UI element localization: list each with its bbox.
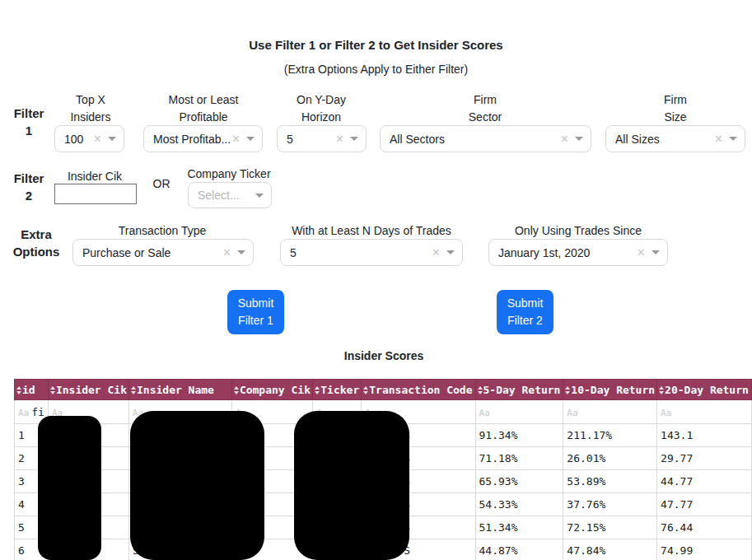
company-ticker-label: Company Ticker: [187, 166, 270, 183]
select-icons: ×: [336, 133, 358, 146]
redaction-overlay-insider-cik: [38, 416, 101, 560]
firm-sector-value: All Sectors: [390, 133, 561, 146]
cell-20-day-return: 29.77: [657, 447, 752, 470]
clear-icon[interactable]: ×: [336, 133, 343, 146]
profitability-label: Most or Least Profitable: [169, 91, 239, 126]
company-ticker-select[interactable]: Select...: [188, 182, 272, 208]
select-icons: ×: [432, 246, 455, 259]
sort-icon[interactable]: [50, 386, 55, 394]
select-icons: ×: [715, 133, 737, 146]
cell-5-day-return: 54.33%: [475, 493, 563, 516]
sort-icon[interactable]: [234, 386, 239, 394]
clear-icon[interactable]: ×: [94, 133, 101, 146]
clear-icon[interactable]: ×: [715, 133, 722, 146]
chevron-down-icon[interactable]: [729, 137, 737, 141]
cell-5-day-return: 91.34%: [475, 424, 563, 447]
transaction-type-label: Transaction Type: [119, 222, 207, 240]
sort-icon[interactable]: [131, 386, 136, 394]
column-header-insider-name[interactable]: Insider Name: [129, 380, 232, 400]
clear-icon[interactable]: ×: [223, 246, 231, 259]
case-toggle-icon[interactable]: Aa: [661, 408, 671, 418]
column-header-20-day-return[interactable]: 20-Day Return: [657, 380, 752, 400]
extra-options-label: Extra Options: [13, 226, 60, 260]
cell-10-day-return: 37.76%: [563, 493, 657, 516]
cell-10-day-return: 72.15%: [563, 516, 657, 539]
column-header-ticker[interactable]: Ticker: [313, 380, 362, 400]
chevron-down-icon[interactable]: [575, 137, 583, 141]
profitability-select[interactable]: Most Profitab... ×: [143, 125, 263, 152]
clear-icon[interactable]: ×: [638, 246, 645, 259]
firm-size-select[interactable]: All Sizes ×: [605, 125, 745, 152]
select-icons: ×: [561, 133, 583, 146]
horizon-label: On Y-Day Horizon: [297, 91, 346, 126]
company-ticker-placeholder: Select...: [198, 189, 255, 202]
firm-sector-select[interactable]: All Sectors ×: [380, 125, 591, 152]
case-toggle-icon[interactable]: Aa: [479, 408, 490, 418]
filter-cell-10-day-return[interactable]: Aa: [563, 400, 657, 424]
cell-10-day-return: 47.84%: [563, 539, 657, 560]
sort-icon[interactable]: [659, 386, 664, 394]
case-toggle-icon[interactable]: Aa: [567, 408, 577, 418]
sort-icon[interactable]: [16, 386, 21, 394]
filter-query: fi: [31, 406, 44, 418]
sort-icon[interactable]: [565, 386, 570, 394]
insider-cik-label: Insider Cik: [68, 168, 122, 185]
select-icons: ×: [232, 133, 255, 146]
column-header-id[interactable]: id: [15, 380, 49, 400]
column-header-transaction-code[interactable]: Transaction Code: [362, 380, 475, 400]
transaction-type-select[interactable]: Purchase or Sale ×: [72, 239, 254, 266]
trades-since-label: Only Using Trades Since: [515, 222, 642, 240]
chevron-down-icon[interactable]: [246, 137, 255, 141]
redaction-overlay-insider-name: [130, 411, 264, 560]
min-days-label: With at Least N Days of Trades: [292, 222, 451, 240]
clear-icon[interactable]: ×: [561, 133, 568, 146]
chevron-down-icon[interactable]: [108, 137, 116, 141]
cell-10-day-return: 53.89%: [563, 470, 657, 493]
top-x-insiders-value: 100: [64, 133, 94, 146]
filter-cell-5-day-return[interactable]: Aa: [475, 400, 563, 424]
cell-20-day-return: 74.99: [657, 539, 752, 560]
sort-icon[interactable]: [315, 386, 320, 394]
chevron-down-icon[interactable]: [652, 250, 660, 254]
top-x-insiders-select[interactable]: 100 ×: [54, 125, 124, 152]
submit-filter2-button[interactable]: Submit Filter 2: [497, 290, 553, 334]
min-days-value: 5: [290, 246, 432, 259]
cell-5-day-return: 65.93%: [475, 470, 563, 493]
insider-cik-input[interactable]: [54, 184, 137, 204]
horizon-value: 5: [287, 133, 336, 146]
column-header-10-day-return[interactable]: 10-Day Return: [563, 380, 657, 400]
page-subtitle: (Extra Options Apply to Either Filter): [0, 63, 752, 76]
horizon-select[interactable]: 5 ×: [277, 125, 367, 152]
clear-icon[interactable]: ×: [432, 246, 440, 259]
trades-since-value: January 1st, 2020: [498, 246, 638, 259]
chevron-down-icon[interactable]: [446, 250, 455, 254]
submit-filter1-button[interactable]: Submit Filter 1: [227, 290, 284, 334]
min-days-select[interactable]: 5 ×: [280, 239, 463, 266]
trades-since-select[interactable]: January 1st, 2020 ×: [488, 239, 668, 266]
sort-icon[interactable]: [478, 386, 483, 394]
column-header-insider-cik[interactable]: Insider Cik: [48, 380, 128, 400]
transaction-type-value: Purchase or Sale: [82, 246, 223, 259]
table-title: Insider Scores: [344, 349, 424, 362]
filter-cell-20-day-return[interactable]: Aa: [657, 400, 752, 424]
sort-icon[interactable]: [363, 386, 368, 394]
redaction-overlay-company-cik: [294, 411, 409, 560]
case-toggle-icon[interactable]: Aa: [18, 408, 29, 418]
firm-size-value: All Sizes: [615, 133, 715, 146]
chevron-down-icon[interactable]: [350, 137, 358, 141]
or-label: OR: [153, 175, 170, 193]
filter2-label: Filter 2: [14, 170, 44, 204]
top-x-insiders-label: Top X Insiders: [70, 91, 110, 126]
cell-10-day-return: 26.01%: [563, 447, 657, 470]
chevron-down-icon[interactable]: [255, 194, 264, 198]
cell-5-day-return: 51.34%: [475, 516, 563, 539]
filter1-label: Filter 1: [14, 105, 44, 139]
chevron-down-icon[interactable]: [237, 250, 245, 254]
select-icons: ×: [638, 246, 660, 259]
column-header-company-cik[interactable]: Company Cik: [231, 380, 312, 400]
firm-size-label: Firm Size: [664, 91, 687, 126]
firm-sector-label: Firm Sector: [469, 91, 502, 126]
cell-5-day-return: 71.18%: [475, 447, 563, 470]
column-header-5-day-return[interactable]: 5-Day Return: [475, 380, 563, 400]
clear-icon[interactable]: ×: [232, 133, 240, 146]
